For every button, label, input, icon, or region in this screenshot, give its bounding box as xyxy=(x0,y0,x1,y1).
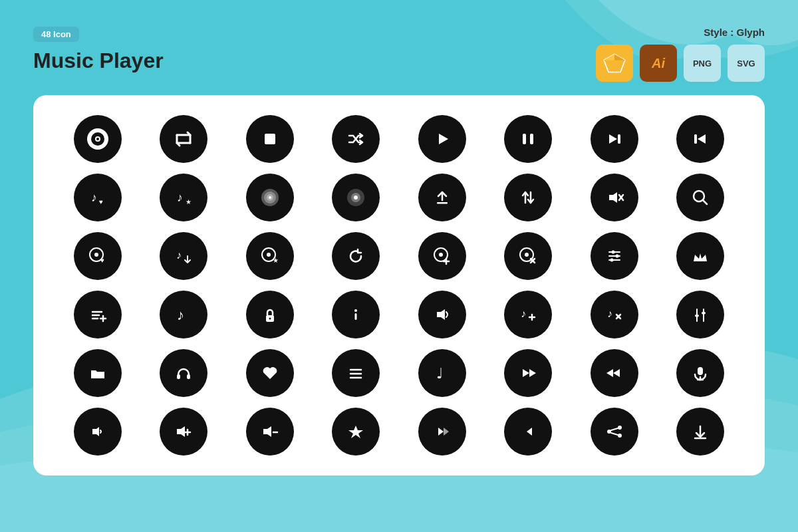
headphones-icon[interactable] xyxy=(160,349,207,397)
svg-rect-75 xyxy=(177,374,180,379)
svg-text:★: ★ xyxy=(273,257,279,264)
svg-point-41 xyxy=(439,253,443,257)
svg-marker-83 xyxy=(613,369,620,377)
play-icon[interactable] xyxy=(418,115,466,163)
vinyl-star-icon[interactable]: ★ xyxy=(246,232,294,280)
pause-icon[interactable] xyxy=(504,115,552,163)
svg-text:♩: ♩ xyxy=(436,365,443,382)
icon-grid: ♪ ♥ ♪ ★ xyxy=(60,115,738,456)
svg-rect-11 xyxy=(530,134,533,144)
record-icon[interactable] xyxy=(74,115,122,163)
lock-icon[interactable] xyxy=(246,291,294,338)
music-download-icon[interactable]: ♪ xyxy=(160,232,207,280)
download-icon[interactable] xyxy=(676,408,724,456)
svg-point-7 xyxy=(96,138,99,140)
svg-point-23 xyxy=(269,196,271,199)
folder-icon[interactable] xyxy=(74,349,122,397)
svg-rect-13 xyxy=(618,134,620,144)
header-right: Style : Glyph Ai PNG SVG xyxy=(596,27,765,82)
vinyl-icon[interactable] xyxy=(246,174,294,221)
svg-marker-64 xyxy=(437,309,445,320)
svg-marker-14 xyxy=(698,134,706,144)
svg-point-38 xyxy=(267,253,271,257)
mute-icon[interactable] xyxy=(591,174,638,221)
rewind-icon[interactable] xyxy=(591,349,638,397)
svg-marker-95 xyxy=(438,428,444,436)
svg-point-34 xyxy=(94,253,98,257)
cd-icon[interactable] xyxy=(332,174,380,221)
star-icon[interactable] xyxy=(332,408,380,456)
stop-icon[interactable] xyxy=(246,115,294,163)
png-badge[interactable]: PNG xyxy=(684,45,721,82)
refresh-icon[interactable] xyxy=(332,232,380,280)
volume-minus-icon[interactable] xyxy=(246,408,294,456)
svg-text:♪: ♪ xyxy=(177,191,183,204)
svg-marker-88 xyxy=(92,427,99,436)
svg-text:♪: ♪ xyxy=(176,249,182,261)
svg-text:♪: ♪ xyxy=(607,308,612,319)
prev-small-icon[interactable] xyxy=(504,408,552,456)
svg-text:♪: ♪ xyxy=(177,307,184,323)
search-icon[interactable] xyxy=(676,174,724,221)
music-note-icon[interactable]: ♪ xyxy=(160,291,207,338)
music-heart-icon[interactable]: ♪ ♥ xyxy=(74,174,122,221)
icon-count-badge: 48 Icon xyxy=(33,27,79,42)
header: 48 Icon Music Player Style : Glyph Ai PN… xyxy=(33,27,765,82)
next-track-icon[interactable] xyxy=(591,115,638,163)
fast-forward-icon[interactable] xyxy=(504,349,552,397)
svg-marker-89 xyxy=(177,426,185,437)
svg-rect-10 xyxy=(523,134,526,144)
vinyl-x-icon[interactable] xyxy=(504,232,552,280)
shuffle-icon[interactable] xyxy=(332,115,380,163)
play-next-icon[interactable] xyxy=(418,408,466,456)
volume-down-icon[interactable] xyxy=(74,408,122,456)
svg-badge[interactable]: SVG xyxy=(728,45,765,82)
sketch-badge[interactable] xyxy=(596,45,633,82)
single-note-icon[interactable]: ♩ xyxy=(418,349,466,397)
svg-rect-8 xyxy=(265,134,275,144)
vinyl-heart-icon[interactable]: ♥ xyxy=(74,232,122,280)
svg-marker-96 xyxy=(444,428,449,436)
music-plus-icon[interactable]: ♪ xyxy=(504,291,552,338)
music-star-icon[interactable]: ♪ ★ xyxy=(160,174,207,221)
vinyl-plus-icon[interactable] xyxy=(418,232,466,280)
svg-point-26 xyxy=(354,196,358,200)
microphone-icon[interactable] xyxy=(676,349,724,397)
repeat-icon[interactable] xyxy=(160,115,207,163)
list-icon[interactable] xyxy=(332,349,380,397)
svg-point-45 xyxy=(525,253,529,257)
svg-point-98 xyxy=(618,426,622,430)
svg-line-101 xyxy=(611,428,618,430)
playlist-add-icon[interactable] xyxy=(74,291,122,338)
volume-icon[interactable] xyxy=(418,291,466,338)
svg-rect-85 xyxy=(698,367,703,375)
svg-marker-81 xyxy=(523,369,529,377)
sketch-icon xyxy=(602,53,626,74)
crown-icon[interactable] xyxy=(676,232,724,280)
share-icon[interactable] xyxy=(591,408,638,456)
svg-marker-97 xyxy=(527,428,532,436)
svg-point-51 xyxy=(611,251,614,254)
style-label: Style : Glyph xyxy=(596,27,765,38)
svg-marker-12 xyxy=(609,134,617,144)
svg-rect-74 xyxy=(702,312,706,315)
mixer-icon[interactable] xyxy=(676,291,724,338)
svg-marker-28 xyxy=(609,192,617,203)
upload-icon[interactable] xyxy=(418,174,466,221)
volume-plus-icon[interactable] xyxy=(160,408,207,456)
svg-rect-63 xyxy=(355,313,357,320)
svg-point-52 xyxy=(615,255,618,258)
svg-text:★: ★ xyxy=(186,198,192,205)
prev-track-icon[interactable] xyxy=(676,115,724,163)
icon-panel: ♪ ♥ ♪ ★ xyxy=(33,95,765,475)
eq-sliders-icon[interactable] xyxy=(591,232,638,280)
music-x-icon[interactable]: ♪ xyxy=(591,291,638,338)
sort-icon[interactable] xyxy=(504,174,552,221)
heart-icon[interactable] xyxy=(246,349,294,397)
svg-line-102 xyxy=(611,433,618,435)
svg-point-61 xyxy=(269,318,271,320)
ai-badge[interactable]: Ai xyxy=(640,45,677,82)
svg-point-53 xyxy=(610,259,613,262)
info-icon[interactable] xyxy=(332,291,380,338)
svg-point-100 xyxy=(618,434,622,438)
